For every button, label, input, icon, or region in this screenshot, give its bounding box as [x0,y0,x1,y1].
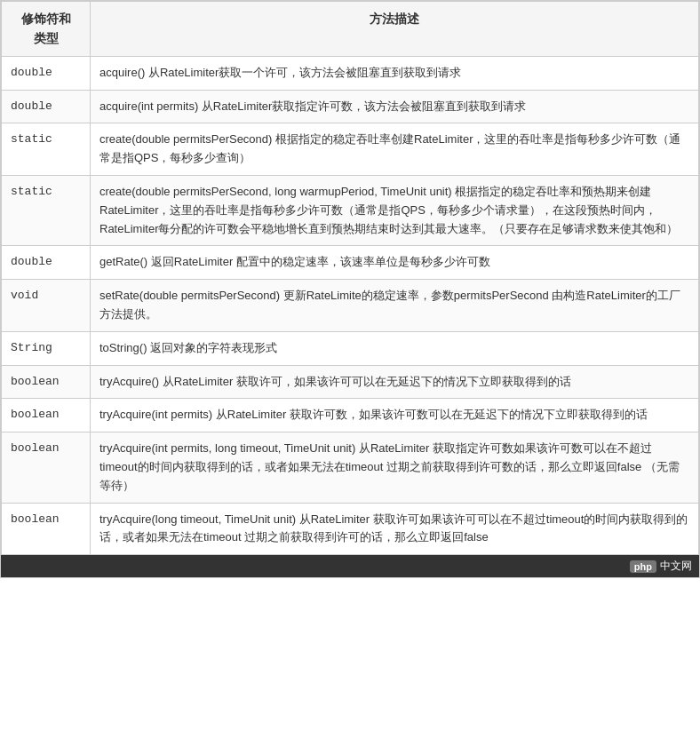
api-table: 修饰符和 类型 方法描述 doubleacquire() 从RateLimite… [1,1,699,555]
cell-type: static [2,175,91,245]
table-row: staticcreate(double permitsPerSecond) 根据… [2,123,699,176]
cell-type: double [2,90,91,123]
table-body: doubleacquire() 从RateLimiter获取一个许可，该方法会被… [2,56,699,554]
cell-description: tryAcquire() 从RateLimiter 获取许可，如果该许可可以在无… [91,365,699,399]
cell-description: create(double permitsPerSecond, long war… [91,175,699,245]
col-desc-header: 方法描述 [91,2,699,57]
table-row: staticcreate(double permitsPerSecond, lo… [2,175,699,245]
col-type-header: 修饰符和 类型 [2,2,91,57]
cell-description: acquire(int permits) 从RateLimiter获取指定许可数… [91,90,699,123]
table-row: doublegetRate() 返回RateLimiter 配置中的稳定速率，该… [2,246,699,280]
table-row: doubleacquire() 从RateLimiter获取一个许可，该方法会被… [2,56,699,90]
php-badge: php [630,560,656,573]
cell-type: void [2,280,91,332]
table-row: booleantryAcquire(int permits) 从RateLimi… [2,399,699,432]
cell-type: boolean [2,432,91,503]
bottom-bar: php 中文网 [1,555,699,577]
cell-type: static [2,123,91,176]
table-row: booleantryAcquire(int permits, long time… [2,432,699,503]
cell-type: boolean [2,399,91,432]
cell-type: boolean [2,503,91,555]
cell-type: boolean [2,365,91,399]
table-row: doubleacquire(int permits) 从RateLimiter获… [2,90,699,123]
cell-type: String [2,331,91,365]
table-row: booleantryAcquire(long timeout, TimeUnit… [2,503,699,555]
php-logo: php 中文网 [630,559,692,574]
cell-description: getRate() 返回RateLimiter 配置中的稳定速率，该速率单位是每… [91,246,699,280]
cell-description: acquire() 从RateLimiter获取一个许可，该方法会被阻塞直到获取… [91,56,699,90]
table-row: StringtoString() 返回对象的字符表现形式 [2,331,699,365]
cell-description: tryAcquire(long timeout, TimeUnit unit) … [91,503,699,555]
table-header-row: 修饰符和 类型 方法描述 [2,2,699,57]
table-row: voidsetRate(double permitsPerSecond) 更新R… [2,280,699,332]
main-table-wrapper: 修饰符和 类型 方法描述 doubleacquire() 从RateLimite… [0,0,700,578]
cell-description: toString() 返回对象的字符表现形式 [91,331,699,365]
cell-description: create(double permitsPerSecond) 根据指定的稳定吞… [91,123,699,176]
cell-type: double [2,246,91,280]
cell-type: double [2,56,91,90]
cell-description: tryAcquire(int permits, long timeout, Ti… [91,432,699,503]
table-row: booleantryAcquire() 从RateLimiter 获取许可，如果… [2,365,699,399]
site-name: 中文网 [660,559,692,574]
cell-description: tryAcquire(int permits) 从RateLimiter 获取许… [91,399,699,432]
cell-description: setRate(double permitsPerSecond) 更新RateL… [91,280,699,332]
